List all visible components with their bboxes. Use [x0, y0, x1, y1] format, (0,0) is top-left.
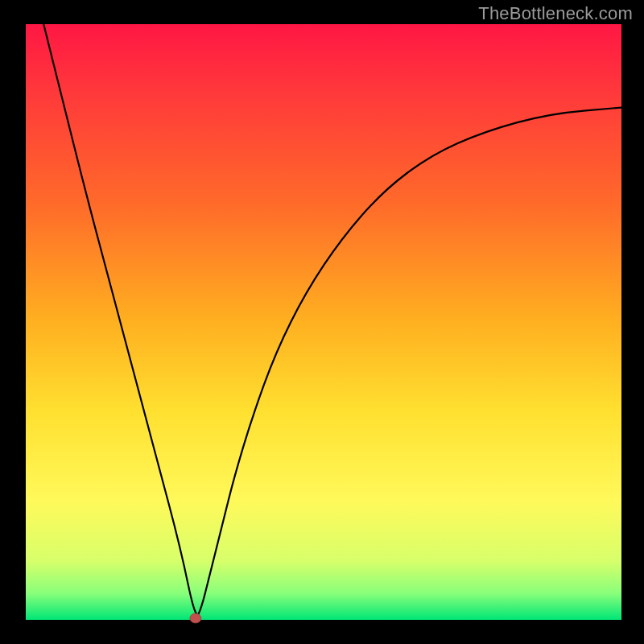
plot-background-gradient [26, 24, 621, 620]
bottleneck-chart [0, 0, 644, 644]
optimal-marker [190, 613, 201, 623]
figure: TheBottleneck.com [0, 0, 644, 644]
watermark-text: TheBottleneck.com [478, 3, 633, 24]
